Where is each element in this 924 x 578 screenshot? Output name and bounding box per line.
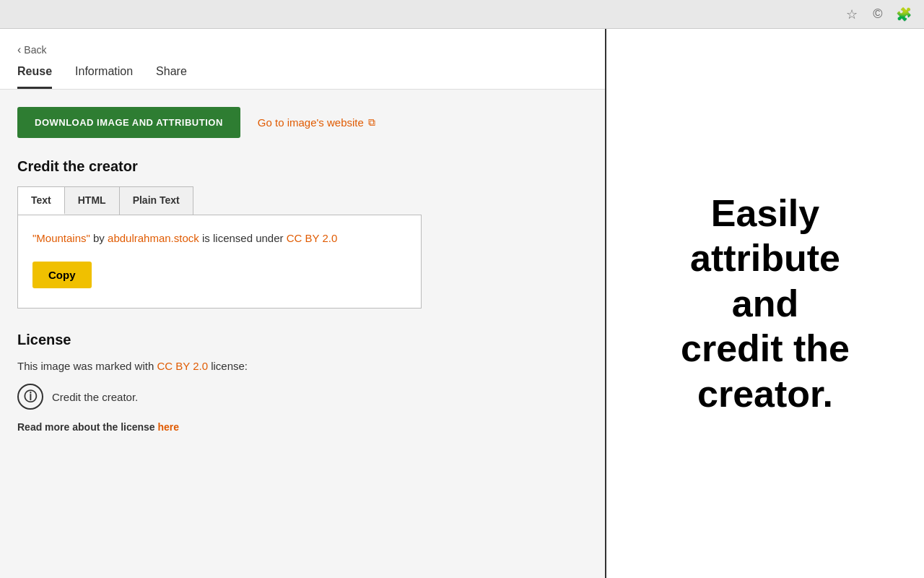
promo-line2: and: [635, 281, 895, 326]
nav-tabs: Reuse Information Share: [17, 65, 588, 89]
tab-text[interactable]: Text: [18, 187, 65, 215]
star-icon[interactable]: ☆: [843, 6, 860, 23]
main-container: ‹ Back Reuse Information Share DOWNLOAD …: [0, 29, 924, 578]
panel-header: ‹ Back Reuse Information Share: [0, 29, 605, 90]
goto-label: Go to image's website: [258, 116, 364, 129]
read-more-link[interactable]: here: [158, 421, 180, 433]
read-more-text: Read more about the license here: [17, 421, 588, 433]
credit-creator-label: Credit the creator.: [52, 391, 138, 403]
back-arrow-icon: ‹: [17, 43, 21, 56]
top-actions: DOWNLOAD IMAGE AND ATTRIBUTION Go to ima…: [17, 107, 588, 138]
license-desc-prefix: This image was marked with: [17, 360, 157, 372]
promo-line4: creator.: [635, 371, 895, 416]
tab-plain-text[interactable]: Plain Text: [120, 187, 193, 215]
license-desc-suffix: license:: [208, 360, 248, 372]
license-link[interactable]: CC BY 2.0: [287, 232, 338, 244]
puzzle-icon[interactable]: 🧩: [895, 6, 912, 23]
panel-content: DOWNLOAD IMAGE AND ATTRIBUTION Go to ima…: [0, 90, 605, 450]
extension-panel: ‹ Back Reuse Information Share DOWNLOAD …: [0, 29, 606, 578]
author-link[interactable]: abdulrahman.stock: [108, 232, 199, 244]
back-label: Back: [24, 44, 46, 56]
promo-line1: Easily attribute: [635, 191, 895, 281]
attribution-box: "Mountains" by abdulrahman.stock is lice…: [17, 215, 422, 309]
promo-panel: Easily attribute and credit the creator.: [606, 29, 924, 578]
tab-share[interactable]: Share: [156, 65, 187, 89]
tab-html[interactable]: HTML: [65, 187, 120, 215]
license-description: This image was marked with CC BY 2.0 lic…: [17, 360, 588, 372]
download-button[interactable]: DOWNLOAD IMAGE AND ATTRIBUTION: [17, 107, 240, 138]
read-more-prefix: Read more about the license: [17, 421, 158, 433]
cc-badge: ⓘ Credit the creator.: [17, 384, 588, 410]
license-type-link[interactable]: CC BY 2.0: [157, 360, 208, 372]
by-text: by: [90, 232, 108, 244]
cc-attribution-icon: ⓘ: [17, 384, 43, 410]
promo-text: Easily attribute and credit the creator.: [635, 191, 895, 416]
browser-chrome: ☆ © 🧩: [0, 0, 924, 29]
promo-line3: credit the: [635, 326, 895, 371]
format-tabs: Text HTML Plain Text: [17, 186, 193, 215]
credit-section: Credit the creator Text HTML Plain Text …: [17, 158, 588, 309]
back-button[interactable]: ‹ Back: [17, 43, 588, 56]
licensed-text: is licensed under: [199, 232, 287, 244]
cc-icon[interactable]: ©: [869, 6, 886, 23]
external-link-icon: ⧉: [368, 116, 375, 129]
copy-button[interactable]: Copy: [32, 262, 92, 288]
goto-website-link[interactable]: Go to image's website ⧉: [258, 116, 375, 129]
license-section: License This image was marked with CC BY…: [17, 332, 588, 433]
title-link[interactable]: "Mountains": [32, 232, 90, 244]
attribution-text: "Mountains" by abdulrahman.stock is lice…: [32, 230, 406, 247]
credit-section-title: Credit the creator: [17, 158, 588, 175]
tab-information[interactable]: Information: [75, 65, 133, 89]
license-section-title: License: [17, 332, 588, 348]
tab-reuse[interactable]: Reuse: [17, 65, 52, 89]
